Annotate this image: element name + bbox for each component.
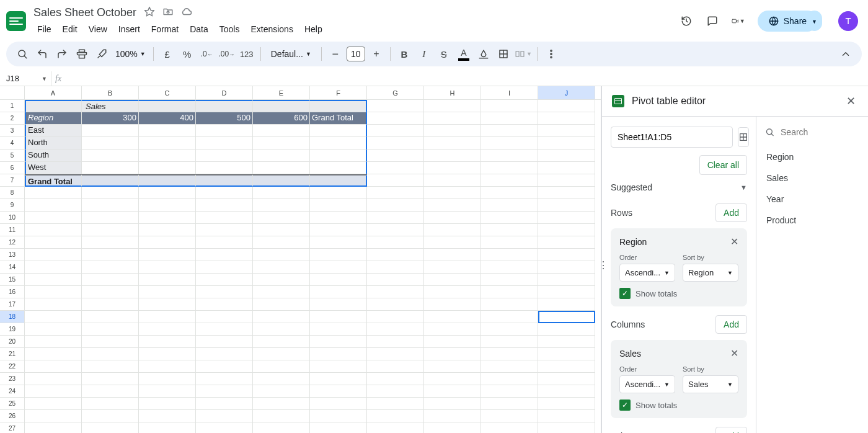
cell[interactable]: West — [25, 162, 82, 174]
cell[interactable] — [481, 224, 538, 236]
cell[interactable] — [196, 348, 253, 360]
cell[interactable] — [139, 224, 196, 236]
row-header[interactable]: 15 — [0, 274, 24, 286]
cell[interactable] — [25, 398, 82, 410]
row-header[interactable]: 11 — [0, 224, 24, 236]
cell[interactable] — [310, 398, 367, 410]
cell[interactable] — [196, 274, 253, 286]
cell[interactable] — [310, 410, 367, 422]
cell[interactable] — [367, 249, 424, 261]
cell[interactable] — [253, 422, 310, 433]
cell[interactable] — [139, 212, 196, 224]
cell[interactable] — [139, 100, 196, 112]
cell[interactable] — [139, 336, 196, 348]
cell[interactable] — [310, 286, 367, 298]
remove-row-icon[interactable]: ✕ — [730, 236, 738, 248]
cell[interactable] — [82, 212, 139, 224]
cell[interactable] — [310, 261, 367, 274]
redo-icon[interactable] — [53, 45, 71, 63]
row-header[interactable]: 24 — [0, 385, 24, 398]
cell[interactable] — [538, 422, 595, 433]
data-range-input[interactable] — [611, 127, 733, 148]
cell[interactable]: East — [25, 125, 82, 137]
cell[interactable] — [424, 100, 481, 112]
cell[interactable] — [538, 187, 595, 199]
cell[interactable] — [253, 150, 310, 162]
menu-tools[interactable]: Tools — [215, 22, 245, 37]
row-header[interactable]: 14 — [0, 261, 24, 274]
name-box[interactable]: J18▼ — [0, 71, 51, 86]
cell[interactable] — [424, 274, 481, 286]
cell[interactable] — [367, 261, 424, 274]
cell[interactable] — [196, 373, 253, 385]
percent-button[interactable]: % — [179, 45, 196, 63]
cell[interactable] — [25, 224, 82, 236]
cell[interactable] — [25, 422, 82, 433]
cell[interactable] — [538, 410, 595, 422]
cell[interactable]: Grand Total — [25, 174, 82, 187]
cell[interactable] — [367, 422, 424, 433]
cell[interactable] — [367, 212, 424, 224]
cell[interactable] — [253, 125, 310, 137]
cell[interactable] — [481, 373, 538, 385]
cell[interactable] — [538, 137, 595, 150]
cell[interactable] — [253, 360, 310, 373]
row-header[interactable]: 20 — [0, 336, 24, 348]
cell[interactable] — [196, 398, 253, 410]
star-icon[interactable] — [144, 6, 155, 19]
col-header[interactable]: I — [481, 86, 538, 99]
cell[interactable] — [481, 348, 538, 360]
cell[interactable] — [310, 212, 367, 224]
add-columns-button[interactable]: Add — [715, 315, 747, 334]
cell[interactable] — [82, 199, 139, 212]
cell[interactable] — [310, 323, 367, 336]
row-sortby-select[interactable]: Region▼ — [683, 264, 738, 282]
cell[interactable] — [538, 150, 595, 162]
cell[interactable] — [25, 336, 82, 348]
add-rows-button[interactable]: Add — [715, 203, 747, 222]
rows-card-region[interactable]: ⋮ Region ✕ Order Ascendi...▼ Sort by — [611, 228, 747, 306]
cell[interactable]: North — [25, 137, 82, 150]
cell[interactable] — [25, 311, 82, 323]
menu-data[interactable]: Data — [185, 22, 213, 37]
row-header[interactable]: 12 — [0, 236, 24, 249]
cell[interactable] — [538, 125, 595, 137]
cell[interactable] — [82, 187, 139, 199]
merge-button[interactable]: ▼ — [515, 45, 532, 63]
cell[interactable] — [367, 150, 424, 162]
cell[interactable] — [196, 298, 253, 311]
font-size-input[interactable]: 10 — [347, 47, 365, 61]
cell[interactable] — [367, 137, 424, 150]
cell[interactable] — [196, 385, 253, 398]
text-color-button[interactable]: A — [455, 45, 472, 63]
cell[interactable] — [139, 410, 196, 422]
cell[interactable] — [25, 410, 82, 422]
row-header[interactable]: 23 — [0, 373, 24, 385]
row-header[interactable]: 5 — [0, 150, 24, 162]
row-header[interactable]: 9 — [0, 199, 24, 212]
cell[interactable] — [367, 162, 424, 174]
menu-help[interactable]: Help — [299, 22, 327, 37]
cell[interactable] — [424, 348, 481, 360]
cell[interactable] — [196, 286, 253, 298]
cell[interactable] — [253, 137, 310, 150]
cell[interactable]: Region — [25, 112, 82, 125]
cell[interactable] — [367, 125, 424, 137]
cell[interactable] — [196, 187, 253, 199]
add-values-button[interactable]: Add — [715, 427, 747, 433]
cell[interactable] — [253, 373, 310, 385]
currency-button[interactable]: £ — [159, 45, 176, 63]
cell[interactable] — [538, 100, 595, 112]
row-header[interactable]: 6 — [0, 162, 24, 174]
row-header[interactable]: 13 — [0, 249, 24, 261]
cell[interactable] — [538, 298, 595, 311]
cell[interactable] — [253, 174, 310, 187]
cell[interactable] — [424, 286, 481, 298]
cell[interactable] — [253, 274, 310, 286]
cell[interactable] — [25, 360, 82, 373]
cell[interactable] — [25, 261, 82, 274]
cell[interactable] — [481, 187, 538, 199]
cell[interactable] — [310, 348, 367, 360]
cell[interactable] — [367, 274, 424, 286]
cell[interactable] — [538, 199, 595, 212]
